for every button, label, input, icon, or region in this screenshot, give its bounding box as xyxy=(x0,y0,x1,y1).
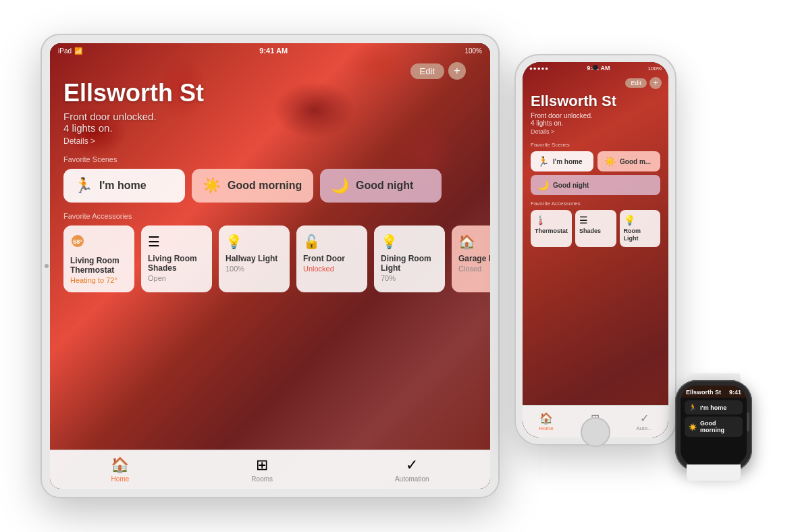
iphone-home-button[interactable] xyxy=(581,417,610,447)
iphone-accessories-row: 🌡️ Thermostat ☰ Shades 💡 Room Light xyxy=(531,210,660,247)
ipad-details-link[interactable]: Details > xyxy=(63,136,477,146)
ipad-acc-front-door[interactable]: 🔓 Front Door Unlocked xyxy=(296,225,367,293)
ipad-thermostat-name: Living RoomThermostat xyxy=(70,256,128,275)
iphone-im-home-icon: 🏃 xyxy=(537,156,549,167)
ipad-rooms-tab-label: Rooms xyxy=(251,475,273,483)
ipad-accessories-row: 68° Living RoomThermostat Heating to 72°… xyxy=(63,225,477,293)
ipad-door-icon: 🔓 xyxy=(303,234,361,250)
iphone-tab-home[interactable]: 🏠 Home xyxy=(539,412,553,431)
ipad-good-morning-label: Good morning xyxy=(228,180,302,192)
ipad-scenes-label: Favorite Scenes xyxy=(63,155,477,163)
iphone-home-tab-label: Home xyxy=(539,425,553,431)
iphone-time: 9:41 AM xyxy=(587,65,610,72)
iphone-good-morning-icon: ☀️ xyxy=(604,156,616,167)
ipad-screen-container: iPad 📶 9:41 AM 100% Edit + Ellswo xyxy=(50,43,490,489)
ipad-camera xyxy=(45,264,49,268)
iphone-acc-2[interactable]: ☰ Shades xyxy=(575,210,616,247)
iphone-good-morning-label: Good m... xyxy=(620,158,651,165)
watch-band-bottom xyxy=(687,464,741,481)
ipad-hallway-name: Hallway Light xyxy=(225,254,283,263)
ipad-scene-good-morning[interactable]: ☀️ Good morning xyxy=(192,169,313,203)
ipad-home-tab-label: Home xyxy=(111,475,130,483)
ipad-screen: iPad 📶 9:41 AM 100% Edit + Ellswo xyxy=(50,43,490,489)
watch-item-good-morning[interactable]: ☀️ Good morning xyxy=(685,417,743,437)
iphone-acc3-name: Room Light xyxy=(624,228,657,242)
iphone-tab-automation[interactable]: ✓ Auto... xyxy=(636,412,651,431)
ipad-scene-good-night[interactable]: 🌙 Good night xyxy=(320,169,442,203)
iphone-scenes-row: 🏃 I'm home ☀️ Good m... xyxy=(531,151,660,171)
ipad-good-night-label: Good night xyxy=(356,180,413,192)
ipad-home-subtitle: Front door unlocked.4 lights on. xyxy=(63,111,477,134)
watch-list: 🏃 I'm home ☀️ Good morning xyxy=(681,398,747,466)
ipad-home-tab-icon: 🏠 xyxy=(111,456,129,474)
watch-time: 9:41 xyxy=(729,389,741,396)
iphone-good-night-icon: 🌙 xyxy=(537,180,549,190)
iphone-acc2-icon: ☰ xyxy=(579,215,612,225)
iphone-scene-good-morning[interactable]: ☀️ Good m... xyxy=(597,151,660,171)
ipad-battery: 100% xyxy=(464,47,482,55)
ipad-time: 9:41 AM xyxy=(259,47,288,55)
watch-im-home-label: I'm home xyxy=(700,404,726,411)
ipad-dining-name: Dining RoomLight xyxy=(381,254,438,273)
iphone-scene-good-night[interactable]: 🌙 Good night xyxy=(531,175,660,195)
iphone-details-link[interactable]: Details > xyxy=(531,128,660,135)
watch-im-home-icon: 🏃 xyxy=(689,404,697,411)
watch-item-im-home[interactable]: 🏃 I'm home xyxy=(685,400,743,415)
watch-good-morning-label: Good morning xyxy=(700,420,739,433)
iphone-content: Ellsworth St Front door unlocked.4 light… xyxy=(523,74,668,404)
ipad-good-night-icon: 🌙 xyxy=(331,177,349,194)
ipad-garage-status: Closed xyxy=(458,265,490,273)
iphone-acc-3[interactable]: 💡 Room Light xyxy=(620,210,661,247)
ipad-accessories-label: Favorite Accessories xyxy=(63,212,477,220)
iphone-acc1-icon: 🌡️ xyxy=(535,215,568,225)
watch-body: Ellsworth St 9:41 🏃 I'm home ☀️ Good mor… xyxy=(675,380,752,471)
watch-screen: Ellsworth St 9:41 🏃 I'm home ☀️ Good mor… xyxy=(681,385,747,466)
iphone-scenes-label: Favorite Scenes xyxy=(531,142,660,148)
iphone-acc-1[interactable]: 🌡️ Thermostat xyxy=(531,210,572,247)
ipad-rooms-tab-icon: ⊞ xyxy=(256,456,268,474)
ipad-scenes-row: 🏃 I'm home ☀️ Good morning 🌙 Good night xyxy=(63,169,477,203)
svg-text:68°: 68° xyxy=(73,238,82,245)
ipad-acc-hallway-light[interactable]: 💡 Hallway Light 100% xyxy=(219,225,290,293)
ipad-dining-status: 70% xyxy=(381,274,438,282)
iphone-screen: ●●●●● 9:41 AM 100% Edit + Ellsworth St F… xyxy=(523,62,668,437)
ipad-shades-name: Living RoomShades xyxy=(148,254,205,273)
iphone-device: ●●●●● 9:41 AM 100% Edit + Ellsworth St F… xyxy=(514,54,676,446)
ipad-automation-tab-label: Automation xyxy=(395,475,429,483)
ipad-thermostat-status: Heating to 72° xyxy=(70,276,128,284)
ipad-acc-dining-light[interactable]: 💡 Dining RoomLight 70% xyxy=(374,225,445,293)
iphone-screen-container: ●●●●● 9:41 AM 100% Edit + Ellsworth St F… xyxy=(523,62,668,437)
iphone-battery: 100% xyxy=(648,65,662,72)
ipad-hallway-status: 100% xyxy=(225,265,283,273)
ipad-garage-icon: 🏠 xyxy=(458,234,490,250)
ipad-content: Ellsworth St Front door unlocked.4 light… xyxy=(50,58,490,448)
iphone-automation-tab-icon: ✓ xyxy=(640,412,649,425)
ipad-device: iPad 📶 9:41 AM 100% Edit + Ellswo xyxy=(41,34,500,498)
ipad-automation-tab-icon: ✓ xyxy=(406,456,418,474)
ipad-tab-home[interactable]: 🏠 Home xyxy=(111,456,129,483)
iphone-good-night-label: Good night xyxy=(553,182,589,189)
iphone-accessories-label: Favorite Accessories xyxy=(531,201,660,207)
iphone-home-subtitle: Front door unlocked.4 lights on. xyxy=(531,112,660,127)
ipad-acc-garage[interactable]: 🏠 Garage Door Closed xyxy=(452,225,490,293)
ipad-scene-im-home[interactable]: 🏃 I'm home xyxy=(63,169,185,203)
iphone-acc2-name: Shades xyxy=(579,228,612,235)
iphone-home-tab-icon: 🏠 xyxy=(539,412,553,425)
ipad-tab-automation[interactable]: ✓ Automation xyxy=(395,456,429,483)
ipad-tab-rooms[interactable]: ⊞ Rooms xyxy=(251,456,273,483)
iphone-im-home-label: I'm home xyxy=(553,158,583,165)
ipad-acc-shades[interactable]: ☰ Living RoomShades Open xyxy=(141,225,212,293)
ipad-acc-thermostat[interactable]: 68° Living RoomThermostat Heating to 72° xyxy=(63,225,134,293)
ipad-door-name: Front Door xyxy=(303,254,361,263)
ipad-status-bar: iPad 📶 9:41 AM 100% xyxy=(50,43,490,58)
ipad-im-home-label: I'm home xyxy=(99,180,147,192)
main-container: iPad 📶 9:41 AM 100% Edit + Ellswo xyxy=(0,0,798,532)
ipad-shades-icon: ☰ xyxy=(148,234,205,250)
ipad-home-title: Ellsworth St xyxy=(63,80,477,107)
watch-title: Ellsworth St xyxy=(686,389,721,396)
iphone-scene-im-home[interactable]: 🏃 I'm home xyxy=(531,151,593,171)
ipad-wifi-icon: 📶 xyxy=(74,47,82,55)
watch-header: Ellsworth St 9:41 xyxy=(681,385,747,398)
ipad-door-status: Unlocked xyxy=(303,265,361,273)
ipad-dining-icon: 💡 xyxy=(381,234,438,250)
